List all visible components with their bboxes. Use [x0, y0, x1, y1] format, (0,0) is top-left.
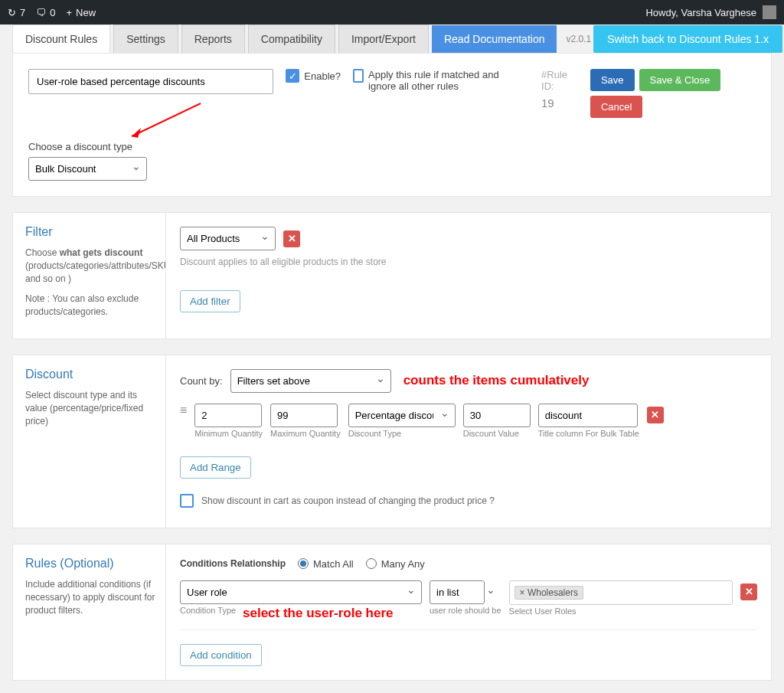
- apply-ignore-checkbox[interactable]: [353, 69, 364, 83]
- filter-desc: Choose what gets discount (products/cate…: [25, 247, 158, 285]
- annotation-counts: counts the items cumulatively: [403, 373, 590, 388]
- annotation-select-role: select the user-role here: [243, 606, 394, 621]
- howdy[interactable]: Howdy, Varsha Varghese: [645, 5, 776, 19]
- count-by-label: Count by:: [180, 375, 223, 387]
- rule-name-input[interactable]: [28, 69, 273, 94]
- tab-reports[interactable]: Reports: [181, 25, 245, 53]
- select-roles-label: Select User Roles: [509, 606, 733, 616]
- remove-filter-button[interactable]: ✕: [283, 230, 300, 247]
- filter-title: Filter: [25, 225, 158, 239]
- rule-id: #Rule ID: 19: [541, 69, 578, 110]
- save-close-button[interactable]: Save & Close: [639, 69, 721, 91]
- annotation-arrow: [124, 100, 208, 145]
- tab-discount-rules[interactable]: Discount Rules: [12, 25, 110, 53]
- remove-range-button[interactable]: ✕: [647, 407, 664, 423]
- rules-section: Rules (Optional) Include additional cond…: [12, 544, 772, 681]
- filter-products-select[interactable]: All Products: [180, 227, 276, 250]
- discount-title: Discount: [25, 368, 158, 381]
- updates-indicator[interactable]: ↻ 7: [8, 7, 25, 18]
- tab-settings[interactable]: Settings: [113, 25, 178, 53]
- enable-label: Enable?: [304, 70, 341, 82]
- add-condition-button[interactable]: Add condition: [180, 644, 262, 666]
- switch-back-button[interactable]: Switch back to Discount Rules 1.x: [593, 25, 782, 53]
- add-filter-button[interactable]: Add filter: [180, 290, 240, 312]
- match-all-radio[interactable]: Match All: [298, 558, 354, 570]
- save-button[interactable]: Save: [590, 69, 635, 91]
- tabs-bar: Discount Rules Settings Reports Compatib…: [0, 25, 784, 53]
- coupon-checkbox[interactable]: [180, 494, 194, 508]
- drag-handle-icon[interactable]: ≡: [180, 404, 187, 417]
- version-label: v2.0.1: [566, 34, 591, 44]
- discount-value-input[interactable]: [463, 404, 531, 427]
- admin-bar: ↻ 7 🗨 0 + New Howdy, Varsha Varghese: [0, 0, 784, 25]
- filter-section: Filter Choose what gets discount (produc…: [12, 212, 772, 339]
- title-column-input[interactable]: [538, 404, 638, 427]
- avatar: [763, 5, 776, 19]
- rule-header-panel: ✓ Enable? Apply this rule if matched and…: [12, 53, 772, 197]
- tag-wholesalers[interactable]: × Wholesalers: [514, 586, 583, 600]
- in-list-select[interactable]: in list: [430, 580, 485, 604]
- add-range-button[interactable]: Add Range: [180, 456, 251, 479]
- refresh-icon: ↻: [8, 7, 16, 18]
- user-roles-input[interactable]: × Wholesalers: [509, 580, 733, 605]
- rules-desc: Include additional conditions (if necess…: [25, 578, 158, 616]
- title-column-label: Title column For Bulk Table: [538, 429, 639, 438]
- max-qty-input[interactable]: [270, 404, 338, 427]
- tab-import-export[interactable]: Import/Export: [338, 25, 429, 53]
- discount-section: Discount Select discount type and its va…: [12, 355, 772, 528]
- cancel-button[interactable]: Cancel: [590, 96, 642, 118]
- svg-line-0: [132, 103, 201, 136]
- comments-indicator[interactable]: 🗨 0: [36, 7, 55, 18]
- rules-title: Rules (Optional): [25, 557, 158, 570]
- apply-ignore-label: Apply this rule if matched and ignore al…: [368, 69, 529, 92]
- filter-note: Note : You can also exclude products/cat…: [25, 293, 158, 319]
- role-help-label: user role should be: [430, 606, 501, 615]
- comment-icon: 🗨: [36, 7, 46, 18]
- discount-type-select[interactable]: Bulk Discount: [28, 157, 147, 181]
- conditions-relationship-label: Conditions Relationship: [180, 558, 286, 569]
- max-qty-label: Maximum Quantity: [270, 429, 341, 438]
- tab-compatibility[interactable]: Compatibility: [248, 25, 335, 53]
- count-by-select[interactable]: Filters set above: [230, 369, 391, 393]
- condition-type-select[interactable]: User role: [180, 580, 422, 604]
- discount-value-label: Discount Value: [463, 429, 531, 438]
- min-qty-input[interactable]: [194, 404, 262, 427]
- tab-read-documentation[interactable]: Read Documentation: [432, 25, 557, 53]
- remove-condition-button[interactable]: ✕: [740, 583, 757, 600]
- discount-type-row-label: Discount Type: [348, 429, 456, 438]
- min-qty-label: Minimum Quantity: [194, 429, 263, 438]
- many-any-radio[interactable]: Many Any: [366, 558, 425, 570]
- discount-desc: Select discount type and its value (perc…: [25, 389, 158, 427]
- coupon-label: Show discount in cart as coupon instead …: [201, 495, 495, 506]
- plus-icon: +: [66, 7, 72, 18]
- filter-help: Discount applies to all eligible product…: [180, 257, 757, 267]
- new-button[interactable]: + New: [66, 7, 96, 18]
- discount-type-row-select[interactable]: Percentage discount: [348, 404, 456, 427]
- enable-checkbox[interactable]: ✓: [286, 69, 299, 83]
